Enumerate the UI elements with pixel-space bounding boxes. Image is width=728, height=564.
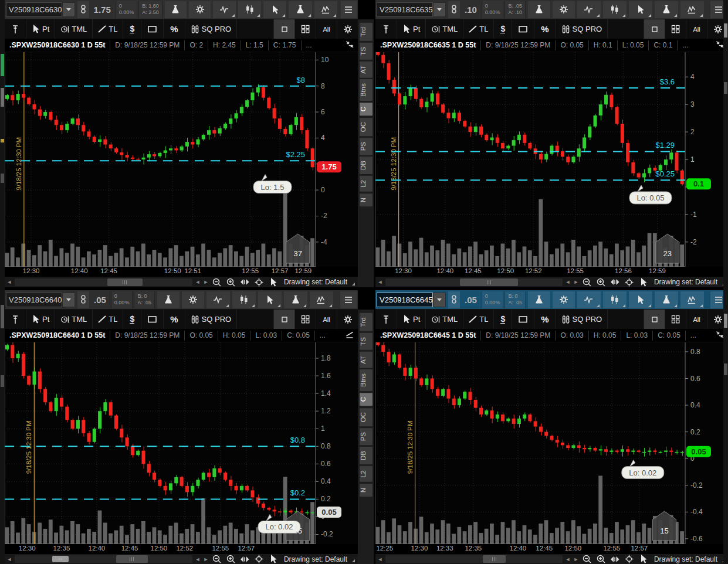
scrollbar-thumb[interactable] xyxy=(460,278,519,286)
zoom-out-icon[interactable] xyxy=(581,277,593,287)
link-icon[interactable] xyxy=(448,291,460,308)
link-icon[interactable] xyxy=(77,1,89,18)
sidebar-tab-l2[interactable]: L2 xyxy=(360,466,373,482)
sidebar-tab-ps[interactable]: PS xyxy=(360,138,373,155)
pointer-tool-button[interactable]: Pt xyxy=(26,19,55,39)
sidebar-tab-trd[interactable]: Trd xyxy=(360,23,373,41)
sidebar-tab-ts[interactable]: TS xyxy=(360,43,373,60)
studies-icon[interactable] xyxy=(577,291,601,308)
price-level-tool-button[interactable]: $ xyxy=(494,19,512,39)
trendline-tool-button[interactable]: TL xyxy=(463,19,494,39)
scrollbar-track[interactable] xyxy=(385,278,563,286)
single-chart-layout-button[interactable] xyxy=(273,19,294,39)
analyze-flask-button[interactable] xyxy=(528,291,550,308)
cursor-tool-icon[interactable] xyxy=(263,1,286,18)
pattern-tool-icon[interactable] xyxy=(310,291,333,308)
grid-layout-button[interactable] xyxy=(294,310,316,329)
arrow-cursor-icon[interactable] xyxy=(268,277,279,287)
sidebar-tab-ps[interactable]: PS xyxy=(360,428,373,445)
chart-style-icon[interactable] xyxy=(238,1,261,18)
scrollbar-track[interactable] xyxy=(15,278,192,286)
grid-layout-button[interactable] xyxy=(665,310,686,329)
drawing-set-expander[interactable] xyxy=(352,559,355,562)
sq-pro-button[interactable]: SQ PRO xyxy=(556,310,608,329)
sidebar-tab-l2[interactable]: L2 xyxy=(360,176,373,192)
symbol-input[interactable]: V250918C6630 xyxy=(6,2,62,17)
grid-layout-button[interactable] xyxy=(665,19,686,39)
symbol-dropdown-button[interactable] xyxy=(62,293,75,307)
pin-icon[interactable] xyxy=(375,19,397,39)
crosshair-icon[interactable] xyxy=(624,554,635,564)
zoom-in-icon[interactable] xyxy=(595,277,607,287)
pan-icon[interactable] xyxy=(239,554,251,564)
pattern-tool-icon[interactable] xyxy=(680,1,704,18)
step-right-icon[interactable]: ► xyxy=(203,556,209,562)
sidebar-tab-oc[interactable]: OC xyxy=(360,408,373,426)
ohlc-more[interactable]: ... xyxy=(314,331,330,341)
zoom-in-icon[interactable] xyxy=(595,554,607,564)
scroll-left-icon[interactable]: ◄ xyxy=(6,556,12,562)
all-charts-button[interactable]: All xyxy=(686,19,707,39)
ohlc-more[interactable]: ... xyxy=(301,40,317,50)
sidebar-tab-db[interactable]: DB xyxy=(360,157,373,174)
settings-gear-button[interactable] xyxy=(182,291,204,308)
symbol-input[interactable]: V250918C6635 xyxy=(377,2,433,17)
chart-area[interactable]: 1.81.61.41.210.80.60.40.20-0.29/18/25 12… xyxy=(5,342,358,544)
cursor-tool-icon[interactable] xyxy=(258,291,282,308)
symbol-dropdown-button[interactable] xyxy=(433,293,446,307)
minimized-window-button[interactable]: – xyxy=(52,556,69,562)
zoom-in-icon[interactable] xyxy=(225,554,237,564)
pattern-tool-icon[interactable] xyxy=(314,1,337,18)
tests-flask-icon[interactable] xyxy=(655,1,678,18)
link-icon[interactable] xyxy=(448,1,460,18)
pointer-tool-button[interactable]: Pt xyxy=(26,310,55,329)
rectangle-tool-button[interactable] xyxy=(512,310,534,329)
sidebar-tab-at[interactable]: AT xyxy=(360,62,373,78)
single-chart-layout-button[interactable] xyxy=(273,310,294,329)
ohlc-more[interactable]: ... xyxy=(677,40,693,50)
pattern-tool-icon[interactable] xyxy=(680,291,704,308)
symbol-dropdown-button[interactable] xyxy=(433,2,446,17)
percent-tool-button[interactable]: % xyxy=(164,310,185,329)
zoom-out-icon[interactable] xyxy=(581,554,593,564)
crosshair-icon[interactable] xyxy=(253,554,265,564)
settings-gear-button[interactable] xyxy=(553,1,575,18)
pan-icon[interactable] xyxy=(610,277,621,287)
pointer-tool-button[interactable]: Pt xyxy=(397,310,426,329)
rectangle-tool-button[interactable] xyxy=(141,310,164,329)
analyze-flask-button[interactable] xyxy=(165,1,187,18)
analyze-flask-button[interactable] xyxy=(157,291,180,308)
scrollbar-track[interactable] xyxy=(385,555,563,563)
sidebar-tab-db[interactable]: DB xyxy=(360,447,373,464)
sidebar-tab-ts[interactable]: TS xyxy=(360,333,373,350)
tests-flask-icon[interactable] xyxy=(289,1,311,18)
price-level-tool-button[interactable]: $ xyxy=(123,310,141,329)
timeline-tool-button[interactable]: TML xyxy=(426,19,463,39)
all-charts-button[interactable]: All xyxy=(316,310,337,329)
chart-area[interactable]: 0.80.60.40.20-0.2-0.4-0.69/18/25 12:30 P… xyxy=(375,342,728,544)
scroll-left-icon[interactable]: ◄ xyxy=(377,556,383,562)
symbol-input[interactable]: V250918C6645 xyxy=(377,293,433,307)
arrow-cursor-icon[interactable] xyxy=(638,554,649,564)
tests-flask-icon[interactable] xyxy=(284,291,307,308)
rectangle-tool-button[interactable] xyxy=(141,19,164,39)
chart-area[interactable]: 43210-1-29/18/25 12:30 PM$3.6$1.29$0.252… xyxy=(375,52,728,267)
pan-icon[interactable] xyxy=(610,554,621,564)
chart-style-icon[interactable] xyxy=(232,291,256,308)
sidebar-tab-at[interactable]: AT xyxy=(360,352,373,368)
zoom-in-icon[interactable] xyxy=(225,277,237,287)
hamburger-menu-icon[interactable] xyxy=(340,291,357,308)
scroll-left-icon[interactable]: ◄ xyxy=(6,279,12,285)
sq-pro-button[interactable]: SQ PRO xyxy=(556,19,608,39)
timeline-tool-button[interactable]: TML xyxy=(426,310,463,329)
price-level-tool-button[interactable]: $ xyxy=(494,310,512,329)
percent-tool-button[interactable]: % xyxy=(164,19,185,39)
trendline-tool-button[interactable]: TL xyxy=(93,19,123,39)
pin-icon[interactable] xyxy=(5,19,26,39)
chart-area[interactable]: 1086420-2-49/18/25 12:30 PM$8$2.2537Lo: … xyxy=(5,52,358,267)
step-right-icon[interactable]: ► xyxy=(573,556,579,562)
trendline-tool-button[interactable]: TL xyxy=(463,310,494,329)
settings-gear-button[interactable] xyxy=(553,291,575,308)
single-chart-layout-button[interactable] xyxy=(644,310,665,329)
trendline-tool-button[interactable]: TL xyxy=(93,310,123,329)
